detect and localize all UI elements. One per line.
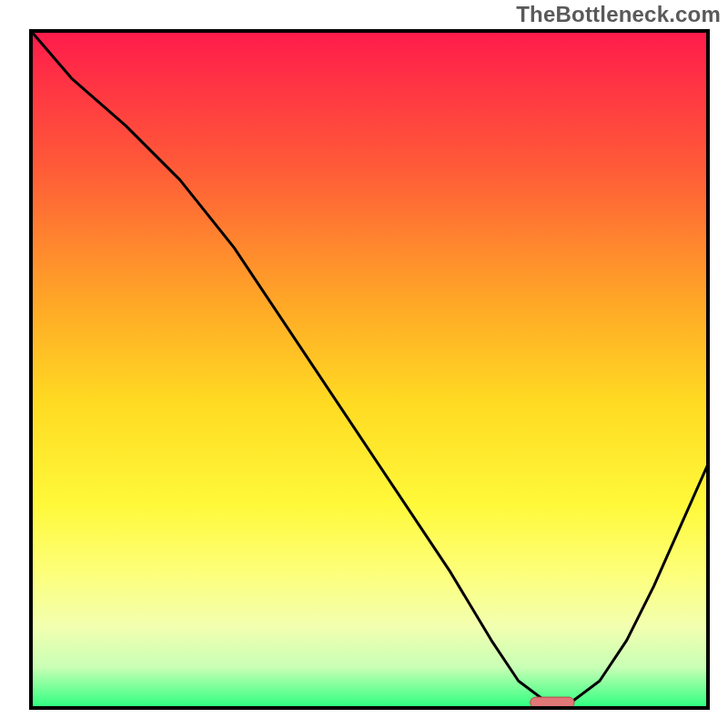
bottleneck-chart [0,0,728,728]
chart-container: TheBottleneck.com [0,0,728,728]
watermark-label: TheBottleneck.com [516,2,721,27]
